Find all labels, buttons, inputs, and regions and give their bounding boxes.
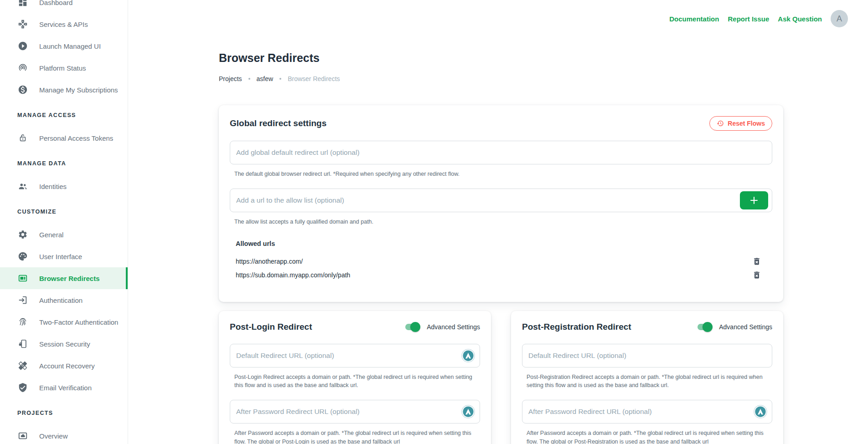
- breadcrumb-projects[interactable]: Projects: [219, 75, 242, 82]
- sidebar-section-manage-data: MANAGE DATA: [0, 154, 128, 173]
- post-login-after-password-url-input[interactable]: [230, 400, 480, 424]
- delete-allowed-url-button[interactable]: [752, 270, 761, 280]
- main-area: Documentation Report Issue Ask Question …: [128, 0, 868, 444]
- nordpass-extension-icon[interactable]: [461, 405, 475, 418]
- sidebar-item-label: Personal Access Tokens: [39, 134, 113, 142]
- post-login-default-help: Post-Login Redirect accepts a domain or …: [234, 373, 480, 390]
- trash-delete-icon: [752, 270, 761, 280]
- phone-lock-icon: [17, 338, 28, 349]
- global-default-redirect-url-input[interactable]: [230, 141, 772, 164]
- lock-icon: [17, 133, 28, 143]
- app-layout: Dashboard Services & APIs Launch Managed…: [0, 0, 868, 444]
- shield-check-icon: [17, 382, 28, 393]
- sidebar-item-label: Authentication: [39, 296, 83, 304]
- nordpass-extension-icon[interactable]: [461, 349, 475, 362]
- sidebar-item-manage-subscriptions[interactable]: Manage My Subscriptions: [0, 79, 128, 101]
- global-redirect-settings-card: Global redirect settings Reset Flows The…: [219, 105, 783, 302]
- sidebar-item-authentication[interactable]: Authentication: [0, 289, 128, 311]
- flow-cards-grid: Post-Login Redirect Advanced Settings: [219, 311, 783, 444]
- nordpass-extension-icon[interactable]: [754, 405, 767, 418]
- sidebar-item-label: Account Recovery: [39, 362, 95, 370]
- palette-icon: [17, 251, 28, 262]
- healing-icon: [17, 360, 28, 371]
- post-login-card-title: Post-Login Redirect: [230, 322, 312, 332]
- sidebar-item-launch-managed-ui[interactable]: Launch Managed UI: [0, 35, 128, 57]
- sidebar-item-dashboard[interactable]: Dashboard: [0, 0, 128, 13]
- advanced-settings-label: Advanced Settings: [719, 323, 772, 331]
- post-registration-default-help: Post-Registration Redirect accepts a dom…: [527, 373, 772, 390]
- gear-icon: [17, 229, 28, 240]
- dollar-circle-icon: [17, 84, 28, 95]
- toggle-knob: [703, 322, 713, 332]
- post-login-redirect-card: Post-Login Redirect Advanced Settings: [219, 311, 491, 444]
- sidebar-item-personal-access-tokens[interactable]: Personal Access Tokens: [0, 127, 128, 149]
- sidebar-item-email-verification[interactable]: Email Verification: [0, 377, 128, 398]
- sidebar-item-account-recovery[interactable]: Account Recovery: [0, 355, 128, 377]
- sidebar-item-label: Launch Managed UI: [39, 42, 101, 50]
- sidebar-item-session-security[interactable]: Session Security: [0, 333, 128, 355]
- documentation-link[interactable]: Documentation: [669, 15, 719, 23]
- report-issue-link[interactable]: Report Issue: [728, 15, 769, 23]
- sidebar-item-two-factor-authentication[interactable]: Two-Factor Authentication: [0, 311, 128, 333]
- sidebar-item-label: Session Security: [39, 340, 90, 348]
- history-icon: [717, 120, 724, 127]
- post-registration-default-redirect-url-input[interactable]: [522, 344, 772, 367]
- reset-flows-button[interactable]: Reset Flows: [709, 116, 772, 131]
- breadcrumb-current: Browser Redirects: [288, 75, 340, 82]
- login-icon: [17, 295, 28, 306]
- sidebar-item-overview[interactable]: Overview: [0, 425, 128, 444]
- sidebar-item-platform-status[interactable]: Platform Status: [0, 57, 128, 79]
- sidebar-item-services-apis[interactable]: Services & APIs: [0, 13, 128, 35]
- post-login-default-redirect-url-input[interactable]: [230, 344, 480, 367]
- sidebar-section-customize: CUSTOMIZE: [0, 203, 128, 221]
- sidebar-item-label: Services & APIs: [39, 20, 88, 28]
- sidebar-item-label: Manage My Subscriptions: [39, 86, 118, 94]
- global-default-redirect-help: The default global browser redirect url.…: [234, 170, 736, 179]
- breadcrumb-project-name[interactable]: asfew: [257, 75, 274, 82]
- sidebar-item-label: Dashboard: [39, 0, 72, 6]
- sidebar-nav: Dashboard Services & APIs Launch Managed…: [0, 0, 128, 444]
- services-dpad-icon: [17, 19, 28, 30]
- cloud-box-icon: [17, 430, 28, 441]
- avatar[interactable]: A: [831, 10, 848, 27]
- sidebar-item-label: Email Verification: [39, 384, 92, 392]
- people-icon: [17, 181, 28, 192]
- browser-window-icon: [17, 273, 28, 284]
- allowed-url-row: https://anotherapp.com/: [236, 255, 761, 268]
- trash-delete-icon: [752, 257, 761, 266]
- sidebar-item-label: Overview: [39, 432, 68, 440]
- sidebar: Dashboard Services & APIs Launch Managed…: [0, 0, 128, 444]
- sidebar-item-browser-redirects[interactable]: Browser Redirects: [0, 267, 128, 289]
- sidebar-item-label: Two-Factor Authentication: [39, 318, 118, 326]
- post-login-after-help: After Password accepts a domain or path.…: [234, 429, 480, 444]
- allowed-url-value: https://anotherapp.com/: [236, 258, 303, 265]
- page-content: Browser Redirects Projects asfew Browser…: [219, 0, 783, 444]
- post-registration-after-help: After Password accepts a domain or path.…: [527, 429, 772, 444]
- sidebar-section-projects: PROJECTS: [0, 404, 128, 422]
- fingerprint-icon: [17, 316, 28, 327]
- allowed-url-value: https://sub.domain.myapp.com/only/path: [236, 271, 350, 279]
- post-registration-card-title: Post-Registration Redirect: [522, 322, 631, 332]
- sidebar-item-label: General: [39, 231, 63, 239]
- sidebar-item-label: Platform Status: [39, 64, 86, 72]
- allowed-url-row: https://sub.domain.myapp.com/only/path: [236, 268, 761, 282]
- add-allow-url-button[interactable]: [740, 191, 768, 209]
- sidebar-item-identities[interactable]: Identities: [0, 175, 128, 197]
- post-registration-advanced-settings-toggle[interactable]: [698, 324, 711, 330]
- ask-question-link[interactable]: Ask Question: [778, 15, 822, 23]
- sidebar-section-manage-access: MANAGE ACCESS: [0, 106, 128, 124]
- status-radar-icon: [17, 62, 28, 73]
- reset-flows-label: Reset Flows: [728, 120, 765, 127]
- post-registration-after-password-url-input[interactable]: [522, 400, 772, 424]
- allow-list-url-input[interactable]: [230, 189, 772, 212]
- dashboard-icon: [17, 0, 28, 8]
- post-login-advanced-settings-toggle[interactable]: [405, 324, 419, 330]
- header-links: Documentation Report Issue Ask Question …: [669, 10, 848, 27]
- sidebar-item-general[interactable]: General: [0, 224, 128, 245]
- sidebar-item-user-interface[interactable]: User Interface: [0, 245, 128, 267]
- allowed-urls-title: Allowed urls: [236, 240, 772, 247]
- page-title: Browser Redirects: [219, 51, 783, 65]
- sidebar-item-label: User Interface: [39, 253, 82, 260]
- delete-allowed-url-button[interactable]: [752, 257, 761, 266]
- plus-icon: [749, 195, 760, 206]
